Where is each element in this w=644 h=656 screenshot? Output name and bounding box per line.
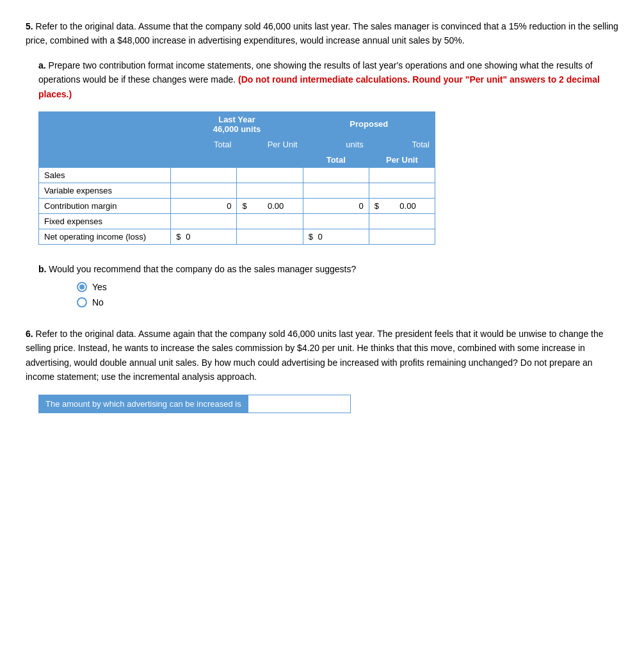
answer-row: The amount by which advertising can be i… xyxy=(38,395,618,413)
dollar-sign-4: $ xyxy=(309,232,313,242)
q5-number: 5. xyxy=(26,21,33,31)
variable-label: Variable expenses xyxy=(39,183,171,198)
net-label: Net operating income (loss) xyxy=(39,229,171,244)
p-net-pu-cell[interactable] xyxy=(369,229,435,244)
table-row-net: Net operating income (loss) $ 0 $ 0 xyxy=(39,229,435,244)
p-var-total-input[interactable] xyxy=(309,186,353,195)
ly-cm-pu-input[interactable] xyxy=(252,201,284,211)
p-cm-pu-input[interactable] xyxy=(384,201,416,211)
ly-fixed-total-input[interactable] xyxy=(176,217,221,226)
ly-net-pu-cell[interactable] xyxy=(237,229,303,244)
proposed-header: Proposed xyxy=(303,111,435,136)
ly-per-unit-header: Per Unit xyxy=(237,136,303,152)
table-row-sales: Sales xyxy=(39,167,435,183)
income-table: Last Year 46,000 units Proposed Total Pe… xyxy=(38,111,435,245)
empty-header-3 xyxy=(39,152,171,167)
ly-sales-pu-input[interactable] xyxy=(242,170,287,180)
ly-fixed-total-cell[interactable] xyxy=(171,213,237,229)
dollar-sign-1: $ xyxy=(242,201,246,211)
p-total-h2: Total xyxy=(303,152,369,167)
dollar-sign-3: $ xyxy=(176,232,181,242)
p-sales-total-input[interactable] xyxy=(309,170,353,180)
ly-total-h2 xyxy=(171,152,237,167)
question-5: 5. Refer to the original data. Assume th… xyxy=(26,19,618,308)
recommendation-radio-group: Yes No xyxy=(77,282,618,308)
ly-net-total-cell[interactable]: $ 0 xyxy=(171,229,237,244)
ly-cm-pu-cell[interactable]: $ xyxy=(237,198,303,213)
answer-label: The amount by which advertising can be i… xyxy=(38,395,248,413)
header-row-2: Total Per Unit units Total xyxy=(39,136,435,152)
p-sales-pu-input[interactable] xyxy=(374,170,419,180)
p-sales-pu-cell[interactable] xyxy=(369,167,435,183)
ly-net-total-value: 0 xyxy=(186,232,190,242)
p-net-pu-input[interactable] xyxy=(374,232,419,242)
ly-var-total-cell[interactable] xyxy=(171,183,237,198)
answer-input[interactable] xyxy=(248,395,351,413)
sub-b-label: b. xyxy=(38,264,46,274)
ly-net-pu-input[interactable] xyxy=(242,232,287,242)
radio-yes-option[interactable]: Yes xyxy=(77,282,618,292)
question-6: 6. Refer to the original data. Assume ag… xyxy=(26,327,618,413)
q6-body: Refer to the original data. Assume again… xyxy=(26,329,604,382)
p-var-total-cell[interactable] xyxy=(303,183,369,198)
p-pu-h2: Per Unit xyxy=(369,152,435,167)
sub-question-a: a. Prepare two contribution format incom… xyxy=(38,58,618,101)
empty-header xyxy=(39,111,171,136)
sales-label: Sales xyxy=(39,167,171,183)
contribution-label: Contribution margin xyxy=(39,198,171,213)
p-fixed-total-cell[interactable] xyxy=(303,213,369,229)
ly-cm-total-value: 0 xyxy=(227,201,231,211)
ly-sales-total-cell[interactable] xyxy=(171,167,237,183)
header-row-3: Total Per Unit xyxy=(39,152,435,167)
p-var-pu-cell[interactable] xyxy=(369,183,435,198)
radio-no-circle[interactable] xyxy=(77,297,87,308)
header-row-1: Last Year 46,000 units Proposed xyxy=(39,111,435,136)
fixed-label: Fixed expenses xyxy=(39,213,171,229)
ly-fixed-pu-cell[interactable] xyxy=(237,213,303,229)
p-net-total-cell[interactable]: $ 0 xyxy=(303,229,369,244)
p-fixed-total-input[interactable] xyxy=(309,217,353,226)
ly-fixed-pu-input[interactable] xyxy=(242,217,287,226)
sub-a-label: a. xyxy=(38,60,46,70)
q5-body: Refer to the original data. Assume that … xyxy=(26,21,618,45)
p-sales-total-cell[interactable] xyxy=(303,167,369,183)
table-row-contribution: Contribution margin 0 $ 0 $ xyxy=(39,198,435,213)
last-year-header: Last Year 46,000 units xyxy=(171,111,303,136)
ly-sales-total-input[interactable] xyxy=(176,170,221,180)
sub-question-b: b. Would you recommend that the company … xyxy=(38,264,618,308)
ly-pu-h2 xyxy=(237,152,303,167)
p-fixed-pu-input[interactable] xyxy=(374,217,419,226)
question-5-text: 5. Refer to the original data. Assume th… xyxy=(26,19,618,48)
p-fixed-pu-cell[interactable] xyxy=(369,213,435,229)
dollar-sign-2: $ xyxy=(374,201,379,211)
radio-no-option[interactable]: No xyxy=(77,297,618,308)
empty-header-2 xyxy=(39,136,171,152)
ly-var-pu-input[interactable] xyxy=(242,186,287,195)
p-cm-total-cell[interactable]: 0 xyxy=(303,198,369,213)
p-total-header: Total xyxy=(369,136,435,152)
question-6-text: 6. Refer to the original data. Assume ag… xyxy=(26,327,618,384)
q6-number: 6. xyxy=(26,329,33,339)
ly-var-total-input[interactable] xyxy=(176,186,221,195)
radio-yes-circle[interactable] xyxy=(77,282,87,292)
table-row-variable: Variable expenses xyxy=(39,183,435,198)
ly-cm-total-cell[interactable]: 0 xyxy=(171,198,237,213)
ly-var-pu-cell[interactable] xyxy=(237,183,303,198)
p-net-total-value: 0 xyxy=(318,232,323,242)
p-units-header: units xyxy=(303,136,369,152)
ly-total-header: Total xyxy=(171,136,237,152)
radio-yes-label: Yes xyxy=(92,282,107,292)
p-var-pu-input[interactable] xyxy=(374,186,419,195)
ly-sales-pu-cell[interactable] xyxy=(237,167,303,183)
table-row-fixed: Fixed expenses xyxy=(39,213,435,229)
radio-no-label: No xyxy=(92,297,104,308)
sub-b-text: Would you recommend that the company do … xyxy=(49,264,356,274)
p-cm-pu-cell[interactable]: $ xyxy=(369,198,435,213)
p-cm-total-value: 0 xyxy=(359,201,364,211)
income-table-wrapper: Last Year 46,000 units Proposed Total Pe… xyxy=(38,111,618,245)
